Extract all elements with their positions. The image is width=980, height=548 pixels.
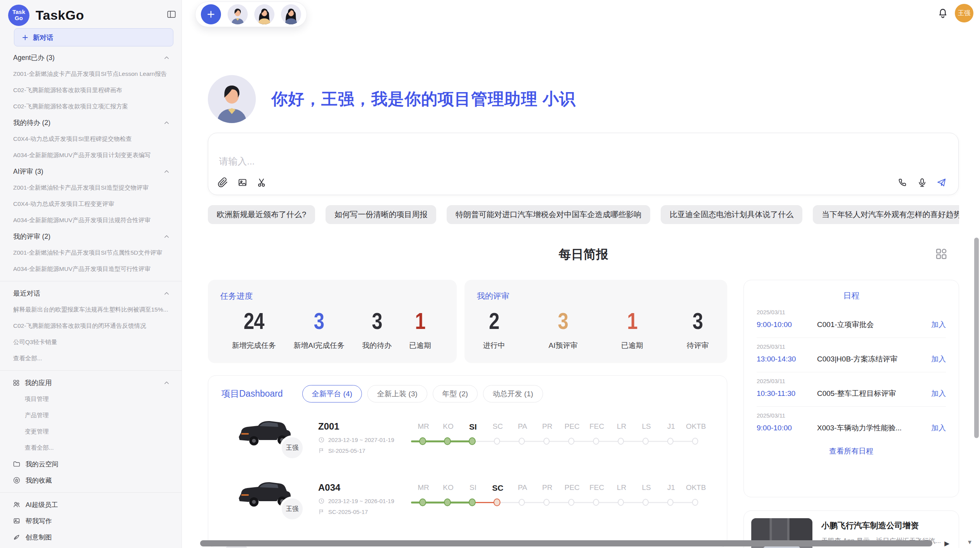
sidebar-item[interactable]: 查看全部... [0, 350, 182, 366]
project-info: Z001 2023-12-19 ~ 2027-01-19 SI-2025-05-… [318, 421, 415, 454]
sidebar-item[interactable]: 变更管理 [0, 423, 182, 440]
sidebar-link-star[interactable]: 我的收藏 [0, 472, 182, 488]
agent-avatar-1[interactable] [228, 4, 248, 24]
sidebar-section-header[interactable]: 我的评审 (2) [0, 228, 182, 245]
suggestion-chip[interactable]: 当下年轻人对汽车外观有怎样的喜好趋势 [813, 205, 959, 224]
suggestion-chip[interactable]: 欧洲新规最近颁布了什么? [208, 205, 315, 224]
project-milestone-date: SC-2025-05-17 [328, 509, 368, 515]
screenshot-icon[interactable] [257, 177, 267, 188]
microphone-icon[interactable] [917, 177, 927, 188]
milestone-label: KO [436, 483, 461, 493]
project-row: 王强 Z001 2023-12-19 ~ 2027-01-19 SI-2025-… [208, 414, 727, 476]
scroll-right-arrow-icon[interactable]: ▶ [944, 539, 949, 548]
logo-text-bottom: Go [15, 15, 23, 21]
sidebar-item[interactable]: A034-全新新能源MUV产品开发项目造型可行性评审 [0, 261, 182, 277]
sidebar-section: 最近对话 解释最新出台的欧盟报废车法规再生塑料比例被调至15%...C02-飞腾… [0, 285, 182, 366]
collapse-sidebar-icon[interactable] [166, 9, 176, 19]
sidebar-item[interactable]: C02-飞腾新能源轻客改款项目里程碑画布 [0, 82, 182, 98]
sidebar-item[interactable]: A034-全新新能源MUV产品开发项目计划变更表编写 [0, 147, 182, 163]
sidebar-item[interactable]: Z001-全新燃油皮卡产品开发项目SI节点Lesson Learn报告 [0, 66, 182, 82]
sidebar-item[interactable]: 解释最新出台的欧盟报废车法规再生塑料比例被调至15%... [0, 301, 182, 318]
stat-label: 我的待办 [362, 341, 392, 351]
milestone-dot [692, 438, 698, 445]
dashboard-tab[interactable]: 全新上装 (3) [367, 385, 427, 402]
sidebar-section-header[interactable]: 我的待办 (2) [0, 115, 182, 131]
sidebar-section: Agent已办 (3) Z001-全新燃油皮卡产品开发项目SI节点Lesson … [0, 50, 182, 115]
sidebar-link-quill[interactable]: 创意制图 [0, 529, 182, 545]
join-link[interactable]: 加入 [931, 354, 946, 364]
join-link[interactable]: 加入 [931, 389, 946, 399]
sidebar-item[interactable]: C0X4-动力总成开发项目工程变更评审 [0, 196, 182, 212]
vertical-scrollbar-thumb[interactable] [974, 238, 979, 438]
milestone-label: PEC [560, 483, 584, 493]
new-chat-button[interactable]: 新对话 [14, 28, 173, 46]
divider [0, 492, 182, 493]
user-avatar[interactable]: 王强 [955, 4, 973, 22]
agent-avatar-2[interactable] [254, 4, 274, 24]
chevron-up-icon[interactable] [163, 54, 170, 62]
milestone-label: LR [609, 483, 634, 493]
chevron-up-icon[interactable] [163, 290, 170, 297]
sidebar-section-title: 我的评审 (2) [13, 232, 163, 241]
horizontal-scrollbar-thumb[interactable] [200, 540, 932, 546]
sidebar-item[interactable]: C0X4-动力总成开发项目SI里程碑提交物检查 [0, 131, 182, 147]
milestone-label: KO [436, 422, 461, 432]
dashboard-tab[interactable]: 年型 (2) [433, 385, 478, 402]
chevron-up-icon[interactable] [163, 379, 170, 387]
app-title: TaskGo [36, 8, 84, 23]
dashboard-tab[interactable]: 动总开发 (1) [483, 385, 543, 402]
project-owner-badge: 王强 [280, 435, 305, 460]
dashboard-tab[interactable]: 全新平台 (4) [302, 385, 362, 402]
sidebar-item[interactable]: Z001-全新燃油轻卡产品开发项目SI节点属性5D文件评审 [0, 245, 182, 261]
add-agent-button[interactable] [201, 4, 221, 24]
sidebar-list: Agent已办 (3) Z001-全新燃油皮卡产品开发项目SI节点Lesson … [0, 50, 182, 545]
stat-value: 3 [298, 308, 340, 334]
attach-file-icon[interactable] [218, 177, 228, 188]
join-link[interactable]: 加入 [931, 320, 946, 330]
scroll-down-arrow-icon[interactable]: ▼ [967, 539, 973, 545]
sidebar-item[interactable]: 项目管理 [0, 391, 182, 407]
sidebar-item[interactable]: 产品管理 [0, 407, 182, 423]
sidebar-link-folder[interactable]: 我的云空间 [0, 456, 182, 472]
stat-label: 新增AI完成任务 [293, 341, 344, 351]
new-chat-label: 新对话 [33, 33, 53, 42]
stat: 3 待评审 [687, 308, 709, 351]
sidebar-section-header[interactable]: AI评审 (3) [0, 163, 182, 180]
stat-label: 已逾期 [409, 341, 431, 351]
milestone-label: PR [535, 483, 560, 493]
stat-label: AI预评审 [548, 341, 577, 351]
chat-input[interactable] [218, 156, 760, 167]
news-title: 小鹏飞行汽车制造公司增资 [821, 520, 919, 531]
notifications-bell-icon[interactable] [937, 7, 949, 19]
sidebar-link-people[interactable]: AI超级员工 [0, 497, 182, 513]
suggestion-chip[interactable]: 如何写一份清晰的项目周报 [326, 205, 436, 224]
attach-image-icon[interactable] [237, 177, 248, 188]
sidebar-section-header[interactable]: 最近对话 [0, 285, 182, 301]
chevron-up-icon[interactable] [163, 233, 170, 240]
sidebar-item[interactable]: A034-全新新能源MUV产品开发项目法规符合性评审 [0, 212, 182, 228]
sidebar-section-my-apps[interactable]: 我的应用 [0, 375, 182, 391]
chevron-up-icon[interactable] [163, 119, 170, 127]
agent-avatar-3[interactable] [281, 4, 301, 24]
suggestion-chip[interactable]: 特朗普可能对进口汽车增税会对中国车企造成哪些影响 [447, 205, 650, 224]
sidebar-item[interactable]: 公司Q3轻卡销量 [0, 334, 182, 350]
sidebar-item[interactable]: 查看全部... [0, 440, 182, 456]
join-link[interactable]: 加入 [931, 423, 946, 433]
briefing-layout-icon[interactable] [934, 247, 948, 261]
send-icon[interactable] [936, 177, 947, 188]
stat-card-title: 任务进度 [220, 291, 457, 301]
sidebar-item[interactable]: Z001-全新燃油轻卡产品开发项目SI造型提交物评审 [0, 180, 182, 196]
clock-icon [318, 437, 325, 443]
stat-label: 已逾期 [621, 341, 643, 351]
milestone-dot [444, 498, 451, 506]
sidebar-item[interactable]: C02-飞腾新能源轻客改款项目的闭环通告反馈情况 [0, 318, 182, 334]
sidebar-section: 我的评审 (2) Z001-全新燃油轻卡产品开发项目SI节点属性5D文件评审A0… [0, 228, 182, 277]
chevron-up-icon[interactable] [163, 168, 170, 175]
sidebar-link-photo[interactable]: 帮我写作 [0, 513, 182, 529]
sidebar-section-header[interactable]: Agent已办 (3) [0, 50, 182, 66]
milestone-label: SC [485, 483, 510, 493]
voice-call-icon[interactable] [898, 177, 908, 188]
suggestion-chip[interactable]: 比亚迪全固态电池计划具体说了什么 [661, 205, 802, 224]
sidebar-item[interactable]: C02-飞腾新能源轻客改款项目立项汇报方案 [0, 98, 182, 115]
view-all-schedule-link[interactable]: 查看所有日程 [757, 446, 946, 456]
